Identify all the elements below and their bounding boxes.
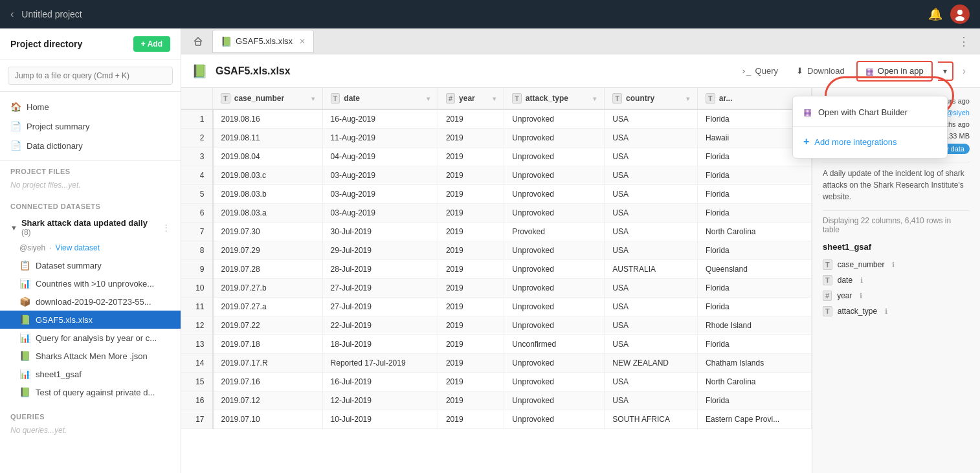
cell-year: 2019 — [438, 260, 504, 279]
sidebar: Project directory + Add 🏠 Home 📄 Project… — [0, 28, 181, 473]
chart-builder-label: Open with Chart Builder — [818, 107, 908, 117]
schema-info-icon[interactable]: ℹ — [860, 292, 862, 300]
sidebar-item-project-summary[interactable]: 📄 Project summary — [0, 116, 181, 136]
dataset-header[interactable]: ▼ Shark attack data updated daily (8) ⋮ — [0, 213, 181, 242]
cell-date: 16-Aug-2019 — [322, 109, 438, 129]
sidebar-item-gsaf-xlsx[interactable]: 📗 GSAF5.xls.xlsx — [0, 311, 181, 329]
view-dataset-link[interactable]: View dataset — [56, 243, 100, 252]
test-query-icon: 📗 — [19, 387, 30, 397]
schema-field-name: attack_type — [838, 307, 877, 316]
dataset-meta: @siyeh · View dataset — [0, 242, 181, 256]
open-app-dropdown-button[interactable]: ▾ — [938, 61, 953, 81]
dataset-options-icon[interactable]: ⋮ — [162, 223, 170, 232]
cell-date: Reported 17-Jul-2019 — [322, 354, 438, 373]
col-header-attack-type[interactable]: Tattack_type▾ — [504, 88, 605, 109]
table-row: 17 2019.07.10 10-Jul-2019 2019 Unprovoke… — [181, 410, 812, 429]
cell-year: 2019 — [438, 129, 504, 148]
cell-area: Eastern Cape Provi... — [698, 410, 812, 429]
open-app-icon: ▦ — [865, 66, 874, 76]
project-files-section-title: PROJECT FILES — [0, 161, 181, 178]
search-area — [0, 60, 181, 92]
data-table-wrap[interactable]: Tcase_number▾ Tdate▾ #year▾ Tattack_type… — [181, 88, 812, 473]
sidebar-item-home[interactable]: 🏠 Home — [0, 97, 181, 116]
schema-info-icon[interactable]: ℹ — [860, 276, 863, 285]
cell-date: 22-Jul-2019 — [322, 316, 438, 335]
tab-file-icon: 📗 — [221, 36, 232, 47]
cell-date: 03-Aug-2019 — [322, 185, 438, 204]
sidebar-item-sheet1-gsaf[interactable]: 📊 sheet1_gsaf — [0, 365, 181, 383]
col-header-date[interactable]: Tdate▾ — [322, 88, 438, 109]
table-row: 7 2019.07.30 30-Jul-2019 2019 Provoked U… — [181, 223, 812, 241]
avatar[interactable] — [950, 5, 970, 24]
cell-year: 2019 — [438, 148, 504, 166]
row-num: 1 — [181, 109, 213, 129]
dataset-owner: @siyeh — [19, 243, 45, 252]
query-analysis-label: Query for analysis by year or c... — [36, 333, 157, 343]
tab-close-icon[interactable]: ✕ — [299, 37, 306, 46]
home-label: Home — [27, 102, 49, 112]
tab-gsaf[interactable]: 📗 GSAF5.xls.xlsx ✕ — [212, 30, 314, 53]
notification-bell-icon[interactable]: 🔔 — [928, 7, 942, 21]
tab-home[interactable] — [186, 30, 210, 53]
sidebar-item-sharks-json[interactable]: 📗 Sharks Attack Men More .json — [0, 347, 181, 365]
cell-date: 16-Jul-2019 — [322, 373, 438, 391]
nav-right-button[interactable]: › — [959, 61, 970, 81]
add-integrations-icon: + — [803, 136, 809, 148]
cell-year: 2019 — [438, 373, 504, 391]
cell-country: USA — [605, 335, 698, 354]
cell-date: 03-Aug-2019 — [322, 166, 438, 185]
schema-info-icon[interactable]: ℹ — [885, 307, 887, 316]
add-button[interactable]: + Add — [133, 36, 170, 52]
cell-year: 2019 — [438, 223, 504, 241]
cell-case-number: 2019.07.27.b — [213, 279, 323, 298]
sidebar-item-countries-query[interactable]: 📊 Countries with >10 unprovoke... — [0, 274, 181, 292]
cell-attack-type: Unprovoked — [504, 410, 605, 429]
dropdown-menu: ▦ Open with Chart Builder + Add more int… — [792, 96, 948, 159]
cell-country: USA — [605, 241, 698, 260]
cell-attack-type: Unprovoked — [504, 166, 605, 185]
cell-case-number: 2019.07.16 — [213, 373, 323, 391]
sidebar-item-query-analysis[interactable]: 📊 Query for analysis by year or c... — [0, 329, 181, 347]
table-row: 15 2019.07.16 16-Jul-2019 2019 Unprovoke… — [181, 373, 812, 391]
sidebar-item-data-dictionary[interactable]: 📄 Data dictionary — [0, 136, 181, 155]
col-header-year[interactable]: #year▾ — [438, 88, 504, 109]
chart-builder-item[interactable]: ▦ Open with Chart Builder — [793, 100, 947, 124]
cell-attack-type: Unprovoked — [504, 373, 605, 391]
cell-area: Chatham Islands — [698, 354, 812, 373]
cell-date: 11-Aug-2019 — [322, 129, 438, 148]
back-button[interactable]: ‹ — [10, 8, 14, 20]
cell-country: AUSTRALIA — [605, 260, 698, 279]
add-integrations-item[interactable]: + Add more integrations — [793, 129, 947, 154]
search-input[interactable] — [8, 67, 173, 85]
query-button[interactable]: ›_ Query — [735, 62, 785, 80]
dataset-chevron-icon: ▼ — [10, 224, 17, 232]
cell-year: 2019 — [438, 204, 504, 223]
file-header-icon: 📗 — [192, 63, 208, 79]
cell-area: Rhode Island — [698, 316, 812, 335]
add-integrations-label: Add more integrations — [814, 137, 896, 147]
col-header-case-number[interactable]: Tcase_number▾ — [213, 88, 323, 109]
owner-link[interactable]: @siyeh — [946, 109, 970, 116]
home-icon: 🏠 — [10, 102, 21, 112]
sidebar-item-dataset-summary[interactable]: 📋 Dataset summary — [0, 256, 181, 274]
table-row: 11 2019.07.27.a 27-Jul-2019 2019 Unprovo… — [181, 298, 812, 316]
cell-year: 2019 — [438, 279, 504, 298]
cell-attack-type: Unprovoked — [504, 204, 605, 223]
col-header-country[interactable]: Tcountry▾ — [605, 88, 698, 109]
download-button[interactable]: ⬇ Download — [790, 62, 851, 80]
tab-more-icon[interactable]: ⋮ — [953, 34, 975, 49]
open-in-app-button[interactable]: ▦ Open in app — [856, 61, 933, 82]
sidebar-item-test-query[interactable]: 📗 Test of query against private d... — [0, 383, 181, 401]
cell-year: 2019 — [438, 316, 504, 335]
gsaf-xlsx-icon: 📗 — [19, 314, 30, 325]
schema-info-icon[interactable]: ℹ — [892, 261, 895, 269]
cell-case-number: 2019.08.03.c — [213, 166, 323, 185]
row-num: 13 — [181, 335, 213, 354]
cell-country: USA — [605, 204, 698, 223]
cell-country: SOUTH AFRICA — [605, 410, 698, 429]
cell-country: USA — [605, 316, 698, 335]
sidebar-item-download-file[interactable]: 📦 download-2019-02-20T23-55... — [0, 292, 181, 311]
connected-datasets-title: CONNECTED DATASETS — [0, 196, 181, 213]
file-header-name: GSAF5.xls.xlsx — [216, 65, 727, 77]
sidebar-header: Project directory + Add — [0, 28, 181, 60]
